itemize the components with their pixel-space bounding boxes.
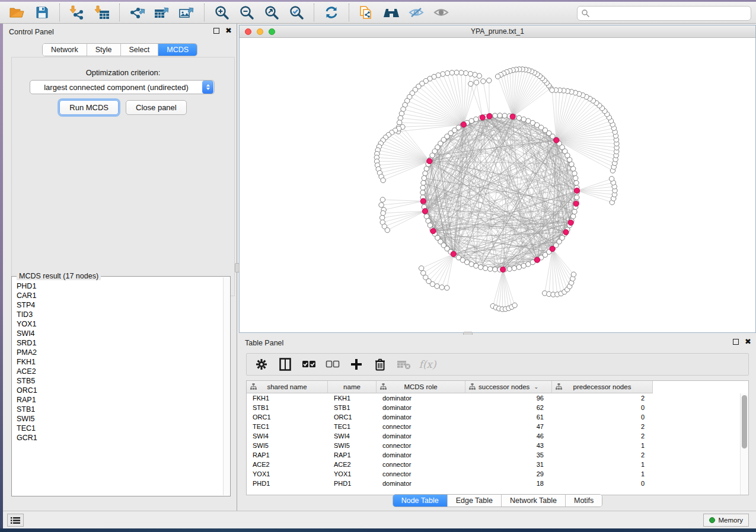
tab-select[interactable]: Select (121, 44, 159, 56)
result-node[interactable]: ORC1 (17, 386, 223, 395)
optimization-criterion-dropdown[interactable]: largest connected component (undirected) (30, 80, 215, 94)
ring-node[interactable] (422, 175, 426, 180)
result-node[interactable]: RAP1 (17, 395, 223, 405)
delete-table-icon[interactable] (396, 357, 412, 372)
import-network-button[interactable] (65, 3, 90, 22)
mcds-node[interactable] (550, 246, 555, 251)
table-row[interactable]: ORC1ORC1dominator610 (247, 412, 740, 422)
zoom-selected-button[interactable] (284, 3, 309, 22)
ring-node[interactable] (516, 265, 521, 270)
mcds-node[interactable] (420, 198, 426, 204)
maximize-window-icon[interactable] (269, 28, 275, 35)
result-node[interactable]: PMA2 (17, 348, 223, 357)
table-row[interactable]: STB1STB1dominator620 (247, 403, 740, 412)
mcds-node[interactable] (510, 114, 515, 119)
fan-node[interactable] (495, 74, 500, 79)
result-node[interactable]: SWI4 (17, 329, 223, 338)
ring-node[interactable] (421, 181, 426, 185)
ring-node[interactable] (474, 117, 479, 121)
ring-node[interactable] (483, 265, 487, 270)
tab-motifs[interactable]: Motifs (566, 495, 602, 507)
fan-node[interactable] (385, 227, 390, 232)
fan-node[interactable] (381, 178, 385, 182)
fan-node[interactable] (550, 88, 554, 92)
fan-node[interactable] (435, 284, 439, 289)
show-all-button[interactable] (429, 3, 454, 22)
add-column-icon[interactable] (349, 357, 364, 372)
tab-mcds[interactable]: MCDS (158, 44, 197, 56)
fan-node[interactable] (397, 120, 402, 125)
table-row[interactable]: PHD1PHD1dominator180 (247, 479, 740, 488)
fan-node[interactable] (419, 266, 423, 271)
close-window-icon[interactable] (245, 28, 251, 35)
fan-node[interactable] (379, 215, 384, 220)
import-table-button[interactable] (90, 3, 114, 22)
ring-node[interactable] (574, 181, 579, 185)
delete-columns-icon[interactable] (372, 357, 388, 372)
ring-node[interactable] (423, 171, 428, 175)
mcds-node[interactable] (427, 158, 432, 164)
search-input[interactable] (590, 9, 751, 18)
result-node[interactable]: PHD1 (17, 281, 223, 291)
table-row[interactable]: RAP1RAP1dominator352 (247, 450, 740, 460)
table-row[interactable]: SWI4SWI4dominator462 (247, 431, 740, 441)
ring-node[interactable] (502, 113, 507, 118)
result-node[interactable]: FKH1 (17, 357, 223, 367)
fan-node[interactable] (454, 70, 459, 75)
ring-node[interactable] (512, 265, 516, 270)
select-all-icon[interactable] (301, 357, 317, 372)
ring-node[interactable] (488, 267, 493, 271)
mcds-node[interactable] (574, 188, 579, 193)
ring-node[interactable] (424, 214, 429, 219)
result-node[interactable]: ACE2 (17, 367, 223, 376)
clone-network-button[interactable] (354, 3, 379, 22)
ring-node[interactable] (573, 175, 578, 180)
mcds-node[interactable] (430, 228, 436, 233)
ring-node[interactable] (572, 171, 577, 175)
result-node[interactable]: CAR1 (17, 291, 223, 300)
fan-node[interactable] (445, 70, 449, 75)
fan-node[interactable] (512, 303, 517, 307)
fan-node[interactable] (468, 71, 473, 76)
vertical-splitter-grip[interactable] (235, 263, 240, 273)
mcds-result-list[interactable]: PHD1CAR1STP4TID3YOX1SWI4SRD1PMA2FKH1ACE2… (12, 279, 223, 495)
ring-node[interactable] (497, 113, 502, 118)
ring-node[interactable] (516, 116, 521, 120)
mcds-node[interactable] (480, 115, 485, 120)
mcds-node[interactable] (451, 251, 456, 257)
fan-node[interactable] (459, 70, 464, 75)
column-header-predecessor-nodes[interactable]: predecessor nodes (552, 381, 653, 393)
fan-node[interactable] (468, 81, 473, 86)
export-table-button[interactable] (149, 3, 174, 22)
mcds-node[interactable] (573, 201, 579, 206)
mcds-node[interactable] (487, 114, 492, 119)
hide-selected-button[interactable] (404, 3, 429, 22)
export-network-button[interactable] (125, 3, 149, 22)
close-panel-button[interactable]: Close panel (126, 100, 187, 115)
network-titlebar[interactable]: YPA_prune.txt_1 (240, 25, 755, 38)
fan-node[interactable] (381, 211, 385, 216)
ring-node[interactable] (420, 185, 425, 190)
ring-node[interactable] (507, 267, 512, 271)
function-builder-icon[interactable]: f(x) (420, 357, 435, 372)
export-image-button[interactable] (174, 3, 199, 22)
close-panel-icon[interactable]: ✖ (225, 28, 232, 34)
fan-node[interactable] (571, 272, 576, 277)
settings-gear-icon[interactable] (254, 357, 269, 372)
tab-network-table[interactable]: Network Table (502, 495, 566, 507)
mcds-node[interactable] (563, 229, 569, 235)
column-header-successor-nodes[interactable]: successor nodes⌄ (465, 381, 552, 393)
mcds-node[interactable] (568, 220, 573, 225)
column-header-name[interactable]: name (328, 381, 377, 393)
mcds-node[interactable] (534, 257, 540, 262)
ring-node[interactable] (572, 209, 577, 214)
ring-node[interactable] (474, 263, 479, 268)
result-node[interactable]: YOX1 (17, 319, 223, 329)
fan-node[interactable] (609, 177, 614, 181)
float-panel-icon[interactable] (213, 28, 219, 34)
ring-node[interactable] (526, 118, 531, 123)
result-node[interactable]: STB1 (17, 405, 223, 414)
table-row[interactable]: FKH1FKH1dominator962 (247, 393, 740, 403)
zoom-in-button[interactable] (209, 3, 234, 22)
table-scrollbar[interactable] (740, 393, 748, 495)
